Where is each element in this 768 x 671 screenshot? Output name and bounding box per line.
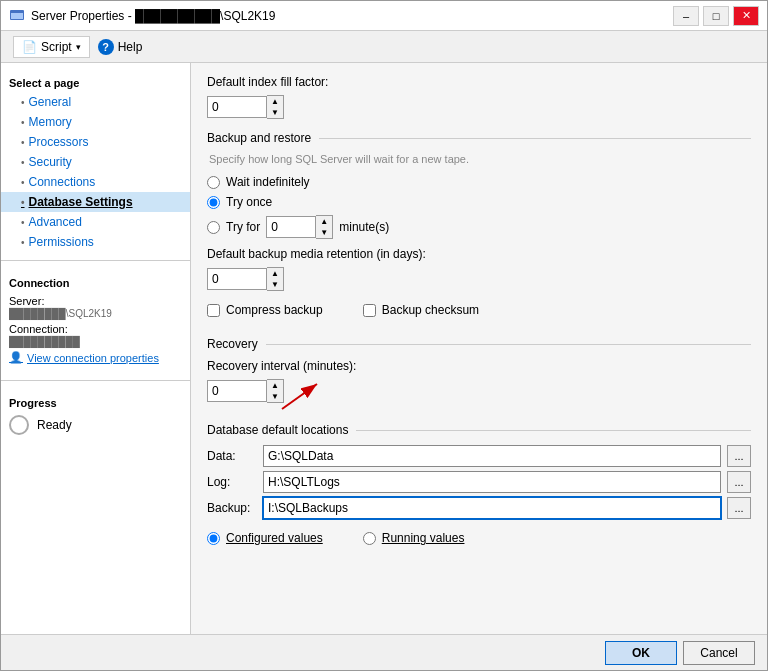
retention-spinner: ▲ ▼ (207, 267, 751, 291)
try-once-label[interactable]: Try once (226, 195, 272, 209)
sidebar-item-permissions[interactable]: • Permissions (1, 232, 190, 252)
sidebar-item-database-settings[interactable]: • Database Settings (1, 192, 190, 212)
window-title: Server Properties - ██████████\SQL2K19 (31, 9, 275, 23)
progress-header: Progress (9, 397, 182, 409)
log-browse-button[interactable]: ... (727, 471, 751, 493)
index-fill-up[interactable]: ▲ (267, 96, 283, 107)
bullet-icon: • (21, 237, 25, 248)
running-values-label[interactable]: Running values (382, 531, 465, 545)
values-radio-group: Configured values Running values (207, 531, 751, 545)
ok-button[interactable]: OK (605, 641, 677, 665)
divider-line (319, 138, 751, 139)
body: Select a page • General • Memory • Proce… (1, 63, 767, 634)
sidebar: Select a page • General • Memory • Proce… (1, 63, 191, 634)
divider-line-2 (266, 344, 751, 345)
sidebar-item-security[interactable]: • Security (1, 152, 190, 172)
select-page-header: Select a page (1, 71, 190, 92)
backup-loc-label: Backup: (207, 501, 257, 515)
log-loc-input[interactable] (263, 471, 721, 493)
sidebar-item-label: Advanced (29, 215, 82, 229)
index-fill-input[interactable] (207, 96, 267, 118)
backup-checksum-label[interactable]: Backup checksum (382, 303, 479, 317)
locations-title: Database default locations (207, 423, 356, 437)
sidebar-item-processors[interactable]: • Processors (1, 132, 190, 152)
script-dropdown-arrow: ▾ (76, 42, 81, 52)
tape-wait-radio-group: Wait indefinitely Try once Try for ▲ ▼ (207, 175, 751, 239)
footer: OK Cancel (1, 634, 767, 670)
view-connection-link[interactable]: 👤 View connection properties (9, 351, 182, 364)
sidebar-item-label: Permissions (29, 235, 94, 249)
recovery-interval-label: Recovery interval (minutes): (207, 359, 751, 373)
backup-checksum-row: Backup checksum (363, 303, 479, 317)
script-button[interactable]: 📄 Script ▾ (13, 36, 90, 58)
wait-indefinitely-radio[interactable] (207, 176, 220, 189)
title-bar-left: Server Properties - ██████████\SQL2K19 (9, 8, 275, 24)
title-bar: Server Properties - ██████████\SQL2K19 –… (1, 1, 767, 31)
recovery-interval-input[interactable] (207, 380, 267, 402)
compress-backup-checkbox[interactable] (207, 304, 220, 317)
index-fill-spinner-btns: ▲ ▼ (267, 95, 284, 119)
main-content: Default index fill factor: ▲ ▼ Backup an… (191, 63, 767, 634)
connection-row: Connection: ██████████ (9, 323, 182, 347)
help-button[interactable]: ? Help (98, 39, 143, 55)
user-icon: 👤 (9, 351, 23, 364)
toolbar: 📄 Script ▾ ? Help (1, 31, 767, 63)
try-for-spinner: ▲ ▼ (266, 215, 333, 239)
try-for-row: Try for ▲ ▼ minute(s) (207, 215, 751, 239)
backup-restore-title: Backup and restore (207, 131, 319, 145)
running-values-radio[interactable] (363, 532, 376, 545)
bullet-icon: • (21, 177, 25, 188)
sidebar-item-label: Processors (29, 135, 89, 149)
try-for-radio[interactable] (207, 221, 220, 234)
recovery-interval-container: ▲ ▼ (207, 379, 284, 415)
try-for-up[interactable]: ▲ (316, 216, 332, 227)
bullet-icon: • (21, 97, 25, 108)
sidebar-item-general[interactable]: • General (1, 92, 190, 112)
server-properties-window: Server Properties - ██████████\SQL2K19 –… (0, 0, 768, 671)
index-fill-down[interactable]: ▼ (267, 107, 283, 118)
close-button[interactable]: ✕ (733, 6, 759, 26)
retention-input[interactable] (207, 268, 267, 290)
sidebar-item-advanced[interactable]: • Advanced (1, 212, 190, 232)
try-for-down[interactable]: ▼ (316, 227, 332, 238)
backup-checksum-checkbox[interactable] (363, 304, 376, 317)
svg-rect-2 (11, 11, 23, 13)
script-icon: 📄 (22, 40, 37, 54)
try-for-label[interactable]: Try for (226, 220, 260, 234)
red-arrow-annotation (272, 374, 332, 414)
try-for-spinner-btns: ▲ ▼ (316, 215, 333, 239)
progress-section: Progress Ready (1, 389, 190, 443)
backup-browse-button[interactable]: ... (727, 497, 751, 519)
server-value: ████████\SQL2K19 (9, 308, 112, 319)
compress-backup-row: Compress backup (207, 303, 323, 317)
sidebar-item-memory[interactable]: • Memory (1, 112, 190, 132)
try-for-input[interactable] (266, 216, 316, 238)
compress-backup-label[interactable]: Compress backup (226, 303, 323, 317)
recovery-section-header: Recovery (207, 337, 751, 351)
configured-values-radio[interactable] (207, 532, 220, 545)
try-once-radio[interactable] (207, 196, 220, 209)
minimize-button[interactable]: – (673, 6, 699, 26)
progress-indicator (9, 415, 29, 435)
title-controls: – □ ✕ (673, 6, 759, 26)
data-browse-button[interactable]: ... (727, 445, 751, 467)
locations-section-header: Database default locations (207, 423, 751, 437)
data-loc-input[interactable] (263, 445, 721, 467)
retention-down[interactable]: ▼ (267, 279, 283, 290)
sidebar-item-connections[interactable]: • Connections (1, 172, 190, 192)
wait-indefinitely-label[interactable]: Wait indefinitely (226, 175, 310, 189)
index-fill-label: Default index fill factor: (207, 75, 751, 89)
locations-grid: Data: ... Log: ... Backup: ... (207, 445, 751, 519)
data-loc-label: Data: (207, 449, 257, 463)
bullet-icon: • (21, 197, 25, 208)
wait-indefinitely-row: Wait indefinitely (207, 175, 751, 189)
help-label: Help (118, 40, 143, 54)
restore-button[interactable]: □ (703, 6, 729, 26)
recovery-title: Recovery (207, 337, 266, 351)
sidebar-item-label: Database Settings (29, 195, 133, 209)
connection-section: Connection Server: ████████\SQL2K19 Conn… (1, 269, 190, 372)
retention-up[interactable]: ▲ (267, 268, 283, 279)
cancel-button[interactable]: Cancel (683, 641, 755, 665)
backup-loc-input[interactable] (263, 497, 721, 519)
configured-values-label[interactable]: Configured values (226, 531, 323, 545)
